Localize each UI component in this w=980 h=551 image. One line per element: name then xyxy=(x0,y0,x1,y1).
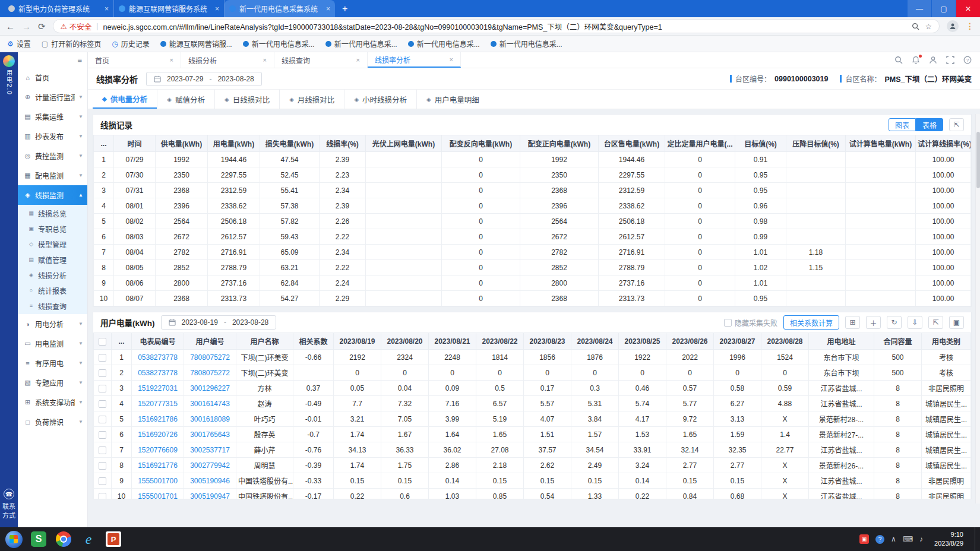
chart-view-button[interactable]: 图表 xyxy=(889,118,916,131)
tray-app-icon[interactable]: ▣ xyxy=(859,534,869,544)
start-button[interactable] xyxy=(4,529,24,549)
refresh-icon[interactable]: ⟳ xyxy=(38,22,46,31)
submenu-statistics-report[interactable]: ○统计报表 xyxy=(18,283,87,298)
taskbar-powerpoint[interactable]: P xyxy=(103,529,124,549)
column-header[interactable]: 定比定量用户电量(... xyxy=(665,135,735,152)
checkbox-icon[interactable] xyxy=(724,319,732,327)
tray-keyboard-icon[interactable]: ⌨ xyxy=(903,535,913,543)
cell-link[interactable]: 1516921786 xyxy=(132,411,184,427)
bookmark-energy-marketing[interactable]: 能源互联网营销服... xyxy=(160,39,232,49)
minimize-button[interactable]: — xyxy=(908,0,931,17)
column-header[interactable]: 用电类别 xyxy=(922,333,971,350)
submenu-loss-query[interactable]: ≡线损查询 xyxy=(18,298,87,314)
close-icon[interactable]: × xyxy=(215,5,219,13)
bookmark-power-info-4[interactable]: 新一代用电信息采... xyxy=(491,39,562,49)
correlation-calc-button[interactable]: 相关系数计算 xyxy=(783,315,839,330)
bookmark-new-tab-page[interactable]: ▢打开新的标签页 xyxy=(42,39,101,49)
sidebar-item-collection-ops[interactable]: ▤采集运维▼ xyxy=(18,107,87,126)
column-header[interactable]: 2023/08/19 xyxy=(334,333,381,350)
browser-tab-power-info-active[interactable]: 新一代用电信息采集系统 × xyxy=(225,0,335,17)
user-power-date-range[interactable]: 2023-08-19 - 2023-08-28 xyxy=(161,315,277,330)
column-header[interactable]: 2023/08/21 xyxy=(429,333,476,350)
row-checkbox[interactable] xyxy=(99,477,106,485)
sidebar-item-special-apps[interactable]: ▧专题应用▼ xyxy=(18,373,87,392)
tab-line-rate-analysis[interactable]: 线损率分析× xyxy=(368,52,461,68)
table-row[interactable]: 207/3023502297.5552.452.23023502297.5500… xyxy=(94,167,971,183)
scrollbar-thumb[interactable] xyxy=(976,132,980,188)
column-header[interactable]: 用户名称 xyxy=(236,333,293,350)
column-header[interactable]: 试计算线损率(%) xyxy=(916,135,971,152)
table-row[interactable]: 708/0427822716.9165.092.34027822716.9101… xyxy=(94,245,971,260)
sidebar-item-power-monitor[interactable]: ▭用电监测▼ xyxy=(18,334,87,353)
row-checkbox[interactable] xyxy=(99,354,106,362)
column-header[interactable]: 合同容量 xyxy=(874,333,922,350)
column-header[interactable]: 试计算售电量(kWh) xyxy=(846,135,916,152)
sidebar-item-meter-reading[interactable]: ▥抄表发布▼ xyxy=(18,126,87,146)
cell-link[interactable]: 7808075272 xyxy=(184,350,236,365)
table-row[interactable]: 615169207263001765643殷存英-0.71.741.671.64… xyxy=(94,427,971,442)
security-warning[interactable]: ⚠ 不安全 xyxy=(61,21,92,32)
cell-link[interactable]: 3001618089 xyxy=(184,411,236,427)
cell-link[interactable]: 1516921776 xyxy=(132,458,184,473)
submenu-model-mgmt[interactable]: ◇模型管理 xyxy=(18,236,87,252)
tab-line-loss-query[interactable]: 线损查询× xyxy=(274,52,368,68)
table-row[interactable]: 408/0123962338.6257.382.39023962338.6200… xyxy=(94,198,971,214)
sidebar-item-load-identify[interactable]: □负荷辨识▼ xyxy=(18,412,87,432)
row-checkbox[interactable] xyxy=(99,431,106,439)
table-row[interactable]: 415207773153001614743赵涛-0.497.77.327.166… xyxy=(94,396,971,411)
submenu-assignment-mgmt[interactable]: ▤赋值管理 xyxy=(18,252,87,267)
sidebar-item-home[interactable]: ⌂首页 xyxy=(18,68,87,87)
close-icon[interactable]: × xyxy=(170,56,173,64)
cell-link[interactable]: 3002779942 xyxy=(184,458,236,473)
sidebar-item-fee-control[interactable]: ◎费控监测▼ xyxy=(18,146,87,166)
column-header[interactable]: 配变反向电量(kWh) xyxy=(442,135,520,152)
sidebar-item-distribution-monitor[interactable]: ▦配电监测▼ xyxy=(18,166,87,185)
forward-icon[interactable]: → xyxy=(22,22,31,31)
new-tab-button[interactable]: + xyxy=(335,0,355,17)
column-header[interactable]: 台区售电量(kWh) xyxy=(599,135,665,152)
hide-failed-checkbox[interactable]: 隐藏采集失败 xyxy=(724,318,777,328)
column-header[interactable]: 2023/08/23 xyxy=(524,333,571,350)
table-row[interactable]: 808/0528522788.7963.212.22028522788.7901… xyxy=(94,260,971,276)
table-row[interactable]: 1008/0723682313.7354.272.29023682313.730… xyxy=(94,291,971,306)
cell-link[interactable]: 3001614743 xyxy=(184,396,236,411)
taskbar-chrome[interactable] xyxy=(53,529,74,549)
tab-line-loss-analysis[interactable]: 线损分析× xyxy=(181,52,274,68)
download-icon[interactable]: ⇩ xyxy=(908,316,922,329)
bookmark-history[interactable]: ◷历史记录 xyxy=(112,39,150,49)
taskbar-clock[interactable]: 9:10 2023/8/29 xyxy=(930,530,968,548)
column-header[interactable]: 配变正向电量(kWh) xyxy=(520,135,599,152)
subtab-user-power-detail[interactable]: ◈用户电量明细 xyxy=(416,90,489,109)
column-header[interactable]: 损失电量(kWh) xyxy=(260,135,320,152)
table-row[interactable]: 508/0225642506.1857.822.26025642506.1800… xyxy=(94,214,971,229)
bookmark-star-icon[interactable]: ☆ xyxy=(925,22,932,31)
cell-link[interactable]: 3001296227 xyxy=(184,381,236,396)
cell-link[interactable]: 3005190947 xyxy=(184,489,236,500)
show-desktop-button[interactable] xyxy=(975,527,979,551)
sidebar-item-metering-monitor[interactable]: ⊕计量运行监测▼ xyxy=(18,87,87,107)
column-header[interactable]: 2023/08/25 xyxy=(619,333,666,350)
cell-link[interactable]: 7808075272 xyxy=(184,365,236,381)
maximize-button[interactable]: ▢ xyxy=(932,0,956,17)
row-checkbox[interactable] xyxy=(99,400,106,408)
tray-help-icon[interactable]: ? xyxy=(875,535,884,544)
subtab-hourly-loss-analysis[interactable]: ◈小时线损分析 xyxy=(344,90,416,109)
table-row[interactable]: 205382737787808075272下坝(二)环美变0000000000东… xyxy=(94,365,971,381)
close-icon[interactable]: × xyxy=(326,5,330,13)
collapse-menu-icon[interactable]: ≡ xyxy=(77,56,82,65)
tray-expand-icon[interactable]: ∧ xyxy=(891,535,896,543)
bookmark-settings[interactable]: ⚙设置 xyxy=(7,39,31,49)
row-checkbox[interactable] xyxy=(99,493,106,499)
fullscreen-icon[interactable] xyxy=(946,56,954,64)
submenu-specialist-overview[interactable]: ▣专职总览 xyxy=(18,221,87,236)
close-icon[interactable]: × xyxy=(263,56,267,64)
cell-link[interactable]: 1520777315 xyxy=(132,396,184,411)
column-header[interactable]: 电表局编号 xyxy=(132,333,184,350)
column-header[interactable]: 2023/08/28 xyxy=(761,333,809,350)
close-icon[interactable]: × xyxy=(105,5,109,13)
column-header[interactable]: 用电量(kWh) xyxy=(208,135,260,152)
contact-widget[interactable]: ☎ 联系方式 xyxy=(2,489,15,520)
zoom-icon[interactable] xyxy=(912,23,919,30)
column-header[interactable]: 时间 xyxy=(114,135,156,152)
refresh-icon[interactable]: ↻ xyxy=(887,316,902,329)
